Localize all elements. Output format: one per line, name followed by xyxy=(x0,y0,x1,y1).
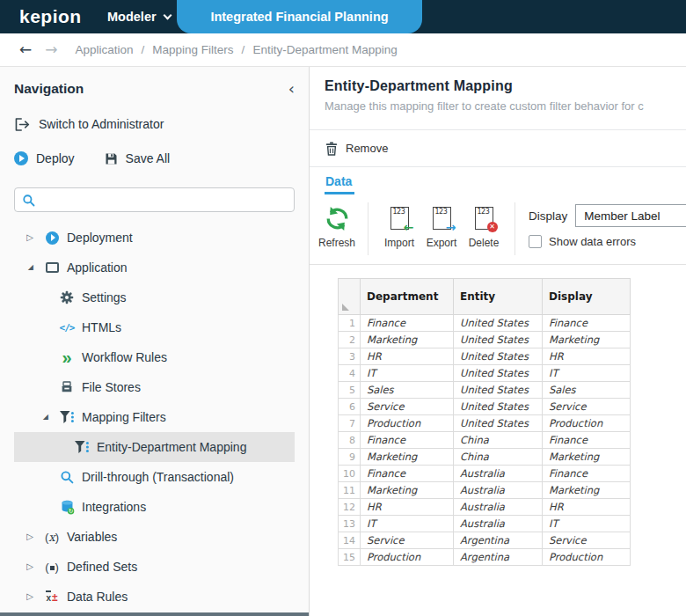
entity-cell[interactable]: China xyxy=(454,449,543,466)
expand-node-icon[interactable]: ▷ xyxy=(19,592,33,601)
collapse-node-icon[interactable]: ◢ xyxy=(34,414,48,421)
entity-cell[interactable]: Australia xyxy=(454,482,543,499)
tab-data[interactable]: Data xyxy=(325,174,354,194)
row-number-cell[interactable]: 9 xyxy=(339,449,361,466)
department-cell[interactable]: Marketing xyxy=(361,449,454,466)
sidebar-item-htmls[interactable]: </>HTMLs xyxy=(14,312,295,342)
sidebar-item-variables[interactable]: ▷(x)Variables xyxy=(14,522,295,552)
sidebar-scrollbar[interactable] xyxy=(0,612,309,616)
department-cell[interactable]: HR xyxy=(361,499,454,516)
expand-node-icon[interactable]: ▷ xyxy=(19,532,33,541)
sidebar-item-mapping-filters[interactable]: ◢Mapping Filters xyxy=(14,402,295,432)
department-cell[interactable]: Production xyxy=(361,415,454,432)
remove-button[interactable]: Remove xyxy=(310,130,686,166)
display-cell[interactable]: Finance xyxy=(543,315,631,332)
row-number-cell[interactable]: 5 xyxy=(339,382,361,399)
sidebar-item-workflow-rules[interactable]: »Workflow Rules xyxy=(14,342,295,372)
display-cell[interactable]: IT xyxy=(543,365,631,382)
department-cell[interactable]: Service xyxy=(361,399,454,415)
switch-to-administrator-button[interactable]: Switch to Administrator xyxy=(14,115,295,133)
sidebar-item-integrations[interactable]: ↻Integrations xyxy=(14,492,295,522)
row-number-cell[interactable]: 11 xyxy=(339,482,361,499)
sidebar-item-settings[interactable]: Settings xyxy=(14,282,295,312)
back-arrow-icon[interactable]: ← xyxy=(19,42,32,57)
column-header-entity[interactable]: Entity xyxy=(454,279,543,315)
display-cell[interactable]: Service xyxy=(543,532,631,549)
department-cell[interactable]: Finance xyxy=(361,315,454,332)
breadcrumb-item[interactable]: Entity-Department Mapping xyxy=(252,43,397,56)
display-cell[interactable]: Finance xyxy=(543,466,631,482)
display-cell[interactable]: Production xyxy=(543,415,631,432)
entity-cell[interactable]: United States xyxy=(454,382,543,399)
display-cell[interactable]: Sales xyxy=(543,382,631,399)
row-number-cell[interactable]: 4 xyxy=(339,365,361,382)
display-cell[interactable]: HR xyxy=(543,348,631,365)
entity-cell[interactable]: United States xyxy=(454,315,543,332)
import-button[interactable]: 123 ← Import xyxy=(378,200,420,251)
row-number-cell[interactable]: 7 xyxy=(339,415,361,432)
forward-arrow-icon[interactable]: → xyxy=(45,42,57,57)
column-header-department[interactable]: Department xyxy=(361,279,454,315)
sidebar-item-deployment[interactable]: ▷Deployment xyxy=(14,223,295,253)
kepion-logo[interactable]: kepion xyxy=(19,6,82,27)
breadcrumb-item[interactable]: Mapping Filters xyxy=(152,43,233,56)
department-cell[interactable]: Sales xyxy=(361,382,454,399)
row-number-cell[interactable]: 15 xyxy=(339,549,361,566)
collapse-panel-icon[interactable]: ‹ xyxy=(288,81,295,97)
department-cell[interactable]: HR xyxy=(361,348,454,365)
expand-node-icon[interactable]: ▷ xyxy=(19,233,33,242)
deploy-button[interactable]: Deploy xyxy=(14,150,75,167)
display-cell[interactable]: Marketing xyxy=(543,332,631,348)
row-number-cell[interactable]: 3 xyxy=(339,348,361,365)
modeler-menu[interactable]: Modeler xyxy=(107,10,171,24)
sidebar-item-drill-through-transactional[interactable]: Drill-through (Transactional) xyxy=(14,462,295,492)
sidebar-item-data-rules[interactable]: ▷x±Data Rules xyxy=(14,582,295,612)
row-number-cell[interactable]: 13 xyxy=(339,516,361,532)
row-number-cell[interactable]: 10 xyxy=(339,466,361,482)
entity-cell[interactable]: United States xyxy=(454,415,543,432)
department-cell[interactable]: Marketing xyxy=(361,482,454,499)
show-data-errors-checkbox[interactable] xyxy=(529,235,542,248)
department-cell[interactable]: Marketing xyxy=(361,332,454,348)
row-number-cell[interactable]: 6 xyxy=(339,399,361,415)
sidebar-item-file-stores[interactable]: File Stores xyxy=(14,372,295,402)
grid-select-all-corner[interactable] xyxy=(339,279,361,315)
entity-cell[interactable]: Australia xyxy=(454,516,543,532)
display-cell[interactable]: IT xyxy=(543,516,631,532)
search-input[interactable] xyxy=(41,194,287,207)
entity-cell[interactable]: United States xyxy=(454,332,543,348)
entity-cell[interactable]: Australia xyxy=(454,466,543,482)
entity-cell[interactable]: United States xyxy=(454,399,543,415)
display-cell[interactable]: Finance xyxy=(543,432,631,449)
breadcrumb-item[interactable]: Application xyxy=(76,43,134,56)
department-cell[interactable]: Finance xyxy=(361,432,454,449)
sidebar-item-entity-department-mapping[interactable]: Entity-Department Mapping xyxy=(14,432,295,462)
department-cell[interactable]: IT xyxy=(361,516,454,532)
entity-cell[interactable]: Argentina xyxy=(454,549,543,566)
entity-cell[interactable]: United States xyxy=(454,365,543,382)
department-cell[interactable]: Service xyxy=(361,532,454,549)
row-number-cell[interactable]: 12 xyxy=(339,499,361,516)
row-number-cell[interactable]: 14 xyxy=(339,532,361,549)
department-cell[interactable]: Production xyxy=(361,549,454,566)
department-cell[interactable]: IT xyxy=(361,365,454,382)
entity-cell[interactable]: China xyxy=(454,432,543,449)
entity-cell[interactable]: Australia xyxy=(454,499,543,516)
display-cell[interactable]: Marketing xyxy=(543,449,631,466)
display-cell[interactable]: Marketing xyxy=(543,482,631,499)
entity-cell[interactable]: Argentina xyxy=(454,532,543,549)
refresh-button[interactable]: Refresh xyxy=(316,200,358,251)
sidebar-item-defined-sets[interactable]: ▷()Defined Sets xyxy=(14,552,295,582)
row-number-cell[interactable]: 2 xyxy=(339,332,361,348)
row-number-cell[interactable]: 1 xyxy=(339,315,361,332)
display-cell[interactable]: Production xyxy=(543,549,631,566)
sidebar-item-application[interactable]: ◢Application xyxy=(14,253,295,282)
export-button[interactable]: 123 → Export xyxy=(420,200,463,251)
expand-node-icon[interactable]: ▷ xyxy=(19,562,33,571)
display-select[interactable]: Member Label xyxy=(575,204,686,227)
delete-button[interactable]: 123 ✕ Delete xyxy=(463,200,505,251)
tab-integrated-financial-planning[interactable]: Integrated Financial Planning xyxy=(177,0,422,33)
save-all-button[interactable]: Save All xyxy=(105,150,171,167)
display-cell[interactable]: HR xyxy=(543,499,631,516)
column-header-display[interactable]: Display xyxy=(543,279,631,315)
